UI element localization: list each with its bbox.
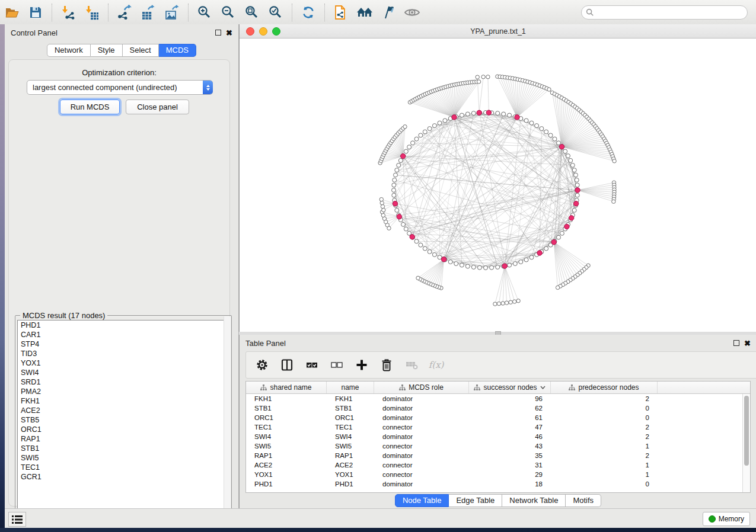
column-header-shared-name[interactable]: shared name: [246, 382, 327, 393]
cell-shared-name[interactable]: TEC1: [246, 422, 327, 432]
tab-motifs[interactable]: Motifs: [566, 494, 601, 507]
cell-predecessor-nodes[interactable]: 1: [551, 441, 658, 451]
tab-select[interactable]: Select: [123, 44, 159, 57]
search-input[interactable]: [594, 7, 747, 18]
save-session-icon[interactable]: [27, 4, 44, 21]
select-all-icon[interactable]: [303, 356, 321, 374]
list-item[interactable]: GCR1: [18, 472, 229, 482]
cell-successor-nodes[interactable]: 43: [469, 441, 551, 451]
delete-column-trash-icon[interactable]: [378, 356, 395, 374]
cell-MCDS-role[interactable]: dominator: [374, 413, 469, 422]
float-panel-icon[interactable]: [733, 340, 739, 346]
cell-predecessor-nodes[interactable]: 0: [551, 403, 658, 413]
table-row[interactable]: SWI5SWI5connector431: [246, 441, 750, 451]
list-item[interactable]: STP4: [18, 339, 229, 349]
cell-predecessor-nodes[interactable]: 2: [551, 394, 658, 403]
close-panel-icon[interactable]: ✖: [226, 29, 232, 37]
list-item[interactable]: FKH1: [18, 396, 229, 406]
export-image-icon[interactable]: [163, 4, 181, 21]
cell-successor-nodes[interactable]: 62: [469, 403, 551, 413]
cell-predecessor-nodes[interactable]: 0: [551, 479, 658, 489]
list-item[interactable]: YOX1: [18, 358, 229, 368]
cell-successor-nodes[interactable]: 18: [469, 479, 551, 489]
cell-shared-name[interactable]: STB1: [246, 403, 327, 413]
list-item[interactable]: TID3: [18, 349, 229, 358]
cell-successor-nodes[interactable]: 61: [469, 413, 551, 422]
cell-shared-name[interactable]: SWI5: [246, 441, 327, 451]
tab-style[interactable]: Style: [91, 44, 123, 57]
list-item[interactable]: STB1: [18, 444, 229, 453]
memory-button[interactable]: Memory: [703, 512, 750, 526]
cell-name[interactable]: FKH1: [327, 394, 374, 403]
table-scrollbar-thumb[interactable]: [744, 396, 749, 466]
import-table-icon[interactable]: [83, 4, 101, 21]
column-settings-gear-icon[interactable]: [253, 356, 271, 374]
cell-shared-name[interactable]: FKH1: [246, 394, 327, 403]
cell-shared-name[interactable]: ACE2: [246, 460, 327, 470]
network-graph[interactable]: [240, 39, 756, 332]
cell-name[interactable]: TEC1: [327, 422, 374, 432]
list-item[interactable]: ACE2: [18, 406, 229, 415]
unselect-all-icon[interactable]: [328, 356, 346, 374]
cell-name[interactable]: ACE2: [327, 460, 374, 470]
list-item[interactable]: CAR1: [18, 330, 229, 339]
tab-network[interactable]: Network: [47, 44, 91, 57]
tab-node-table[interactable]: Node Table: [395, 494, 449, 507]
list-item[interactable]: PHD1: [18, 321, 229, 330]
hide-graphics-details-flag-icon[interactable]: [379, 4, 397, 21]
refresh-icon[interactable]: [299, 4, 317, 21]
cell-name[interactable]: SWI4: [327, 432, 374, 441]
float-panel-icon[interactable]: [215, 30, 221, 36]
table-row[interactable]: STB1STB1dominator620: [246, 403, 750, 413]
table-row[interactable]: ORC1ORC1dominator610: [246, 413, 750, 422]
criterion-dropdown[interactable]: largest connected component (undirected): [27, 80, 213, 95]
automation-panel-button[interactable]: [8, 512, 26, 527]
table-row[interactable]: RAP1RAP1dominator352: [246, 451, 750, 460]
cell-MCDS-role[interactable]: connector: [374, 422, 469, 432]
tab-mcds[interactable]: MCDS: [159, 44, 196, 57]
search-field[interactable]: [581, 5, 748, 20]
list-item[interactable]: ORC1: [18, 425, 229, 434]
cell-name[interactable]: STB1: [327, 403, 374, 413]
cell-successor-nodes[interactable]: 29: [469, 470, 551, 479]
cell-shared-name[interactable]: YOX1: [246, 470, 327, 479]
close-panel-button[interactable]: Close panel: [126, 100, 189, 114]
cell-shared-name[interactable]: RAP1: [246, 451, 327, 460]
zoom-out-icon[interactable]: [219, 4, 237, 21]
cell-predecessor-nodes[interactable]: 1: [551, 460, 658, 470]
list-item[interactable]: TEC1: [18, 463, 229, 472]
table-row[interactable]: YOX1YOX1connector291: [246, 470, 750, 479]
cell-successor-nodes[interactable]: 46: [469, 432, 551, 441]
cell-predecessor-nodes[interactable]: 0: [551, 413, 658, 422]
cell-predecessor-nodes[interactable]: 2: [551, 451, 658, 460]
table-row[interactable]: FKH1FKH1dominator962: [246, 394, 750, 403]
table-row[interactable]: SWI4SWI4dominator462: [246, 432, 750, 441]
cell-MCDS-role[interactable]: dominator: [374, 432, 469, 441]
run-mcds-button[interactable]: Run MCDS: [60, 100, 120, 114]
cell-successor-nodes[interactable]: 35: [469, 451, 551, 460]
show-graphics-details-eye-icon[interactable]: [403, 4, 421, 21]
close-panel-icon[interactable]: ✖: [744, 339, 751, 347]
export-table-icon[interactable]: [139, 4, 157, 21]
tab-network-table[interactable]: Network Table: [502, 494, 566, 507]
export-network-icon[interactable]: [116, 4, 133, 21]
cell-predecessor-nodes[interactable]: 2: [551, 432, 658, 441]
table-scrollbar[interactable]: [742, 394, 750, 492]
column-header-predecessor-nodes[interactable]: predecessor nodes: [551, 382, 658, 393]
cell-successor-nodes[interactable]: 47: [469, 422, 551, 432]
zoom-fit-icon[interactable]: [243, 4, 261, 21]
list-item[interactable]: RAP1: [18, 434, 229, 444]
column-header-successor-nodes[interactable]: successor nodes: [469, 382, 551, 393]
zoom-in-icon[interactable]: [196, 4, 213, 21]
cell-name[interactable]: SWI5: [327, 441, 374, 451]
add-column-icon[interactable]: [353, 356, 371, 374]
cell-MCDS-role[interactable]: connector: [374, 460, 469, 470]
cell-successor-nodes[interactable]: 31: [469, 460, 551, 470]
cell-predecessor-nodes[interactable]: 1: [551, 470, 658, 479]
tab-edge-table[interactable]: Edge Table: [449, 494, 502, 507]
cell-shared-name[interactable]: SWI4: [246, 432, 327, 441]
cell-name[interactable]: YOX1: [327, 470, 374, 479]
import-network-icon[interactable]: [59, 4, 77, 21]
open-file-icon[interactable]: [3, 4, 21, 21]
cell-shared-name[interactable]: ORC1: [246, 413, 327, 422]
